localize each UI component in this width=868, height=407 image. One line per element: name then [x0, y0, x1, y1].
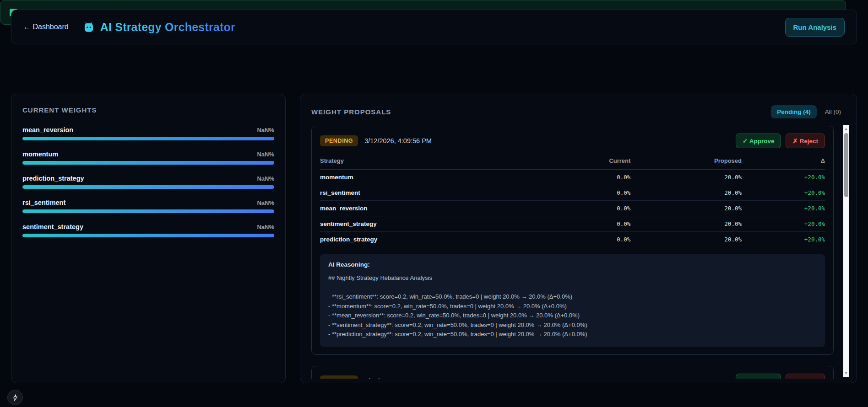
table-row: momentum0.0%20.0%+20.0%	[320, 170, 825, 185]
current-weights-panel: CURRENT WEIGHTS mean_reversionNaN%moment…	[11, 94, 286, 383]
cell-value: 20.0%	[630, 232, 742, 247]
weight-value: NaN%	[257, 224, 274, 230]
cell-strategy: prediction_strategy	[320, 232, 522, 247]
ai-reasoning-box: AI Reasoning: ## Nightly Strategy Rebala…	[320, 254, 825, 347]
cell-value: 0.0%	[522, 201, 630, 216]
reasoning-line: - **rsi_sentiment**: score=0.2, win_rate…	[328, 292, 817, 302]
cell-delta: +20.0%	[742, 216, 825, 232]
reasoning-line: - **prediction_strategy**: score=0.2, wi…	[328, 330, 817, 339]
page-title: AI Strategy Orchestrator	[100, 21, 235, 34]
approve-button[interactable]: ✓ Approve	[736, 134, 781, 148]
weight-value: NaN%	[257, 199, 274, 206]
weight-bar-track	[22, 137, 274, 140]
approve-button[interactable]: ✓ Approve	[736, 374, 781, 379]
tab-pending[interactable]: Pending (4)	[771, 105, 817, 118]
run-analysis-button[interactable]: Run Analysis	[785, 18, 845, 37]
proposal-timestamp: 3/12/2026, 4:06:50 PM	[364, 377, 432, 379]
weight-row-labels: rsi_sentimentNaN%	[22, 199, 274, 206]
proposals-header: WEIGHT PROPOSALS Pending (4) All (0)	[311, 105, 846, 118]
scrollbar[interactable]	[843, 125, 849, 377]
scrollbar-down-arrow-icon[interactable]	[845, 372, 847, 375]
cell-delta: +20.0%	[742, 170, 825, 185]
proposal-table-body: momentum0.0%20.0%+20.0%rsi_sentiment0.0%…	[320, 170, 825, 247]
cell-value: 20.0%	[630, 185, 742, 201]
cell-strategy: mean_reversion	[320, 201, 522, 216]
proposal-table: Strategy Current Proposed Δ momentum0.0%…	[320, 154, 825, 247]
weight-row: momentumNaN%	[22, 150, 274, 165]
cell-value: 0.0%	[522, 185, 630, 201]
scrollbar-thumb[interactable]	[844, 133, 848, 197]
weight-proposals-panel: WEIGHT PROPOSALS Pending (4) All (0) PEN…	[300, 94, 857, 383]
weight-bar	[22, 137, 274, 140]
weight-bar	[22, 209, 274, 213]
cell-value: 0.0%	[522, 170, 630, 185]
proposal-card: PENDING 3/12/2026, 4:09:56 PM ✓ Approve …	[311, 126, 834, 355]
weight-bar-track	[22, 234, 274, 237]
proposal-actions: ✓ Approve ✗ Reject	[736, 134, 825, 148]
weight-bar	[22, 234, 274, 237]
status-badge: PENDING	[320, 375, 358, 379]
reject-button[interactable]: ✗ Reject	[786, 374, 825, 379]
proposals-scroll-area[interactable]: PENDING 3/12/2026, 4:09:56 PM ✓ Approve …	[311, 126, 846, 379]
brand: AI Strategy Orchestrator	[82, 21, 235, 34]
cell-strategy: sentiment_strategy	[320, 216, 522, 232]
ai-reasoning-title: AI Reasoning:	[328, 261, 817, 268]
proposal-card-header: PENDING 3/12/2026, 4:09:56 PM ✓ Approve …	[320, 134, 825, 148]
strategy-name: sentiment_strategy	[22, 223, 83, 230]
cell-strategy: rsi_sentiment	[320, 185, 522, 201]
robot-icon	[82, 21, 95, 33]
table-row: sentiment_strategy0.0%20.0%+20.0%	[320, 216, 825, 232]
weight-bar	[22, 185, 274, 189]
reasoning-line: - **momentum**: score=0.2, win_rate=50.0…	[328, 302, 817, 311]
status-badge: PENDING	[320, 135, 358, 146]
dev-toolbar-button[interactable]	[7, 390, 23, 405]
col-header-strategy: Strategy	[320, 154, 522, 170]
reasoning-line: - **sentiment_strategy**: score=0.2, win…	[328, 321, 817, 330]
proposal-actions: ✓ Approve ✗ Reject	[736, 374, 825, 379]
reasoning-line: ## Nightly Strategy Rebalance Analysis	[328, 273, 817, 283]
strategy-name: mean_reversion	[22, 126, 73, 134]
proposal-timestamp: 3/12/2026, 4:09:56 PM	[364, 137, 432, 145]
tab-all[interactable]: All (0)	[824, 105, 842, 118]
cell-value: 20.0%	[630, 170, 742, 185]
lightning-icon	[11, 394, 19, 402]
app-header: ← Dashboard AI Strategy Orchestrator Run…	[11, 10, 857, 44]
reasoning-line: - **mean_reversion**: score=0.2, win_rat…	[328, 311, 817, 321]
cell-delta: +20.0%	[742, 185, 825, 201]
strategy-name: prediction_strategy	[22, 175, 84, 182]
cell-value: 0.0%	[522, 216, 630, 232]
strategy-name: momentum	[22, 150, 58, 158]
col-header-delta: Δ	[742, 154, 825, 170]
table-row: mean_reversion0.0%20.0%+20.0%	[320, 201, 825, 216]
cell-value: 20.0%	[630, 201, 742, 216]
weights-list: mean_reversionNaN%momentumNaN%prediction…	[22, 126, 274, 237]
weight-bar-track	[22, 161, 274, 165]
weight-bar-track	[22, 209, 274, 213]
cell-delta: +20.0%	[742, 201, 825, 216]
weight-value: NaN%	[257, 175, 274, 182]
weight-value: NaN%	[257, 151, 274, 158]
strategy-name: rsi_sentiment	[22, 199, 65, 206]
proposal-card-header: PENDING 3/12/2026, 4:06:50 PM ✓ Approve …	[320, 374, 825, 379]
cell-delta: +20.0%	[742, 232, 825, 247]
col-header-current: Current	[522, 154, 630, 170]
weight-value: NaN%	[257, 127, 274, 134]
cell-strategy: momentum	[320, 170, 522, 185]
weight-row-labels: sentiment_strategyNaN%	[22, 223, 274, 230]
cell-value: 20.0%	[630, 216, 742, 232]
current-weights-heading: CURRENT WEIGHTS	[22, 106, 274, 114]
weight-row-labels: prediction_strategyNaN%	[22, 175, 274, 182]
reasoning-line	[328, 283, 817, 293]
cell-value: 0.0%	[522, 232, 630, 247]
table-row: rsi_sentiment0.0%20.0%+20.0%	[320, 185, 825, 201]
weight-row-labels: momentumNaN%	[22, 150, 274, 158]
col-header-proposed: Proposed	[630, 154, 742, 170]
weight-proposals-heading: WEIGHT PROPOSALS	[311, 108, 391, 116]
table-row: prediction_strategy0.0%20.0%+20.0%	[320, 232, 825, 247]
reject-button[interactable]: ✗ Reject	[786, 134, 825, 148]
weight-row-labels: mean_reversionNaN%	[22, 126, 274, 134]
weight-row: prediction_strategyNaN%	[22, 175, 274, 189]
scrollbar-up-arrow-icon[interactable]	[845, 128, 847, 130]
back-to-dashboard-link[interactable]: ← Dashboard	[23, 23, 69, 31]
weight-bar	[22, 161, 274, 165]
